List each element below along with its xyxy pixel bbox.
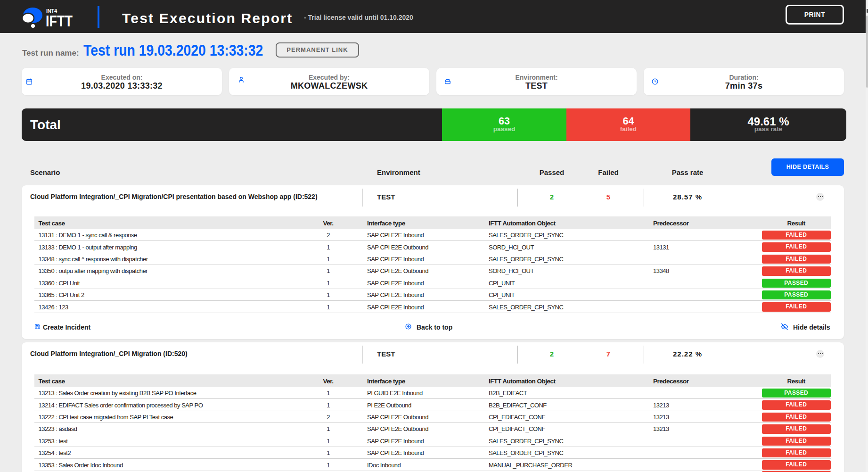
svg-text:IFTT: IFTT [46,12,73,30]
